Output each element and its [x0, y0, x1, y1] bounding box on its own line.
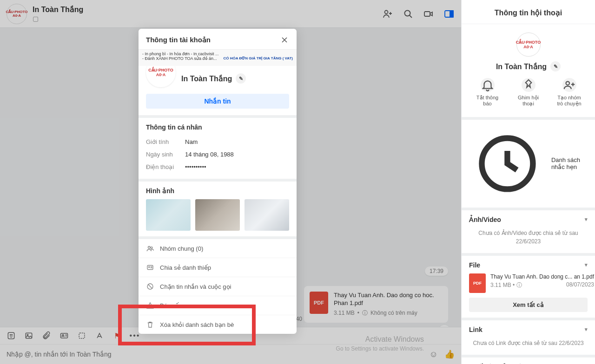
dot: • — [357, 310, 359, 316]
contact-card-icon[interactable] — [60, 331, 69, 340]
group-add-icon — [562, 78, 576, 92]
file-message[interactable]: PDF Thay Vu Tuan Anh. Dao dong co hoc. P… — [304, 286, 448, 323]
card-icon — [146, 263, 154, 272]
media-label: Ảnh/Video — [469, 216, 501, 223]
remove-friend-label: Xóa khỏi danh sách bạn bè — [160, 321, 234, 328]
pin-action[interactable]: Ghim hội thoại — [514, 78, 543, 107]
images-title: Hình ảnh — [146, 187, 289, 195]
svg-point-18 — [566, 82, 569, 85]
pdf-icon: PDF — [310, 292, 328, 314]
group-icon — [146, 244, 154, 253]
birthday-value: 14 tháng 08, 1988 — [185, 151, 234, 158]
chat-title: In Toàn Thắng — [33, 5, 377, 14]
chat-title-wrap: In Toàn Thắng ▢ — [33, 5, 377, 22]
react-button[interactable]: ☺ — [438, 325, 451, 327]
personal-info-section: Thông tin cá nhân Giới tính Nam Ngày sin… — [139, 118, 297, 179]
create-group-action[interactable]: Tạo nhóm trò chuyện — [555, 78, 584, 107]
attach-icon[interactable] — [42, 331, 51, 340]
svg-point-6 — [10, 335, 11, 336]
group-label: Tạo nhóm trò chuyện — [555, 95, 584, 107]
rp-file-size: 3.11 MB — [490, 282, 511, 288]
svg-point-0 — [385, 10, 388, 13]
file-header[interactable]: File ▾ — [469, 261, 588, 269]
mute-action[interactable]: Tắt thông báo — [473, 78, 502, 107]
thumb-2[interactable] — [195, 199, 240, 231]
edit-name-icon[interactable]: ✎ — [236, 73, 246, 84]
pdf-icon: PDF — [469, 273, 486, 293]
svg-rect-10 — [61, 333, 68, 338]
rp-edit-icon[interactable]: ✎ — [550, 61, 561, 72]
modal-name: In Toàn Thắng — [181, 74, 232, 83]
remove-friend-row[interactable]: Xóa khỏi danh sách bạn bè — [139, 315, 297, 334]
right-panel: Thông tin hội thoại CẦU·PHOTOA0·A In Toà… — [461, 0, 595, 364]
thumb-3[interactable] — [245, 199, 289, 231]
media-section: Ảnh/Video ▾ Chưa có Ảnh/Video được chia … — [462, 210, 595, 256]
thumb-1[interactable] — [146, 199, 191, 231]
personal-info-title: Thông tin cá nhân — [146, 124, 289, 131]
chevron-down-icon: ▾ — [585, 262, 588, 268]
panel-toggle-icon[interactable] — [443, 8, 455, 20]
search-icon[interactable] — [403, 8, 414, 20]
chevron-down-icon: ▾ — [585, 326, 588, 332]
add-friend-icon[interactable] — [382, 8, 393, 20]
modal-close-button[interactable] — [280, 35, 289, 45]
watermark-sub: Go to Settings to activate Windows. — [336, 345, 424, 352]
rp-file-name: Thay Vu Tuan Anh. Dao dong c... an 1.pdf — [490, 273, 594, 280]
block-label: Chặn tin nhắn và cuộc gọi — [160, 283, 231, 290]
rp-profile: CẦU·PHOTOA0·A In Toàn Thắng ✎ Tắt thông … — [462, 24, 595, 120]
cover-vat: CÓ HÓA ĐƠN GIÁ TRỊ GIA TĂNG ( VAT) — [224, 56, 293, 60]
report-label: Báo xấu — [160, 302, 182, 309]
file-section: File ▾ PDF Thay Vu Tuan Anh. Dao dong c.… — [462, 256, 595, 320]
rp-file-meta: 3.11 MB • ⓘ 08/07/2023 — [490, 281, 594, 289]
main-area: CẦU·PHOTOA0·A In Toàn Thắng ▢ — [0, 0, 461, 364]
block-row[interactable]: Chặn tin nhắn và cuộc gọi — [139, 277, 297, 296]
bell-icon — [481, 78, 495, 92]
video-call-icon[interactable] — [423, 8, 434, 20]
chat-header: CẦU·PHOTOA0·A In Toàn Thắng ▢ — [0, 0, 461, 28]
share-card-row[interactable]: Chia sẻ danh thiếp — [139, 258, 297, 277]
reminders-label: Danh sách nhắc hẹn — [551, 156, 588, 170]
more-icon[interactable]: ••• — [130, 331, 139, 340]
birthday-label: Ngày sinh — [146, 151, 185, 158]
account-info-modal: Thông tin tài khoản - In phong bì - In h… — [139, 29, 297, 334]
tag-icon[interactable]: ▢ — [33, 15, 377, 22]
birthday-row: Ngày sinh 14 tháng 08, 1988 — [146, 148, 289, 161]
composer-right: ☺ 👍 — [430, 349, 455, 359]
svg-point-1 — [405, 10, 410, 16]
file-status: Không có trên máy — [370, 310, 417, 316]
rp-actions: Tắt thông báo Ghim hội thoại Tạo nhóm tr… — [473, 78, 584, 107]
rp-file-item[interactable]: PDF Thay Vu Tuan Anh. Dao dong c... an 1… — [469, 269, 588, 293]
svg-point-14 — [151, 247, 152, 249]
gender-value: Nam — [185, 138, 198, 145]
priority-icon[interactable]: ⚑ — [112, 331, 122, 340]
thumbs-up-icon[interactable]: 👍 — [444, 349, 455, 359]
media-empty: Chưa có Ảnh/Video được chia sẻ từ sau 22… — [469, 223, 588, 247]
pin-icon — [522, 78, 536, 92]
file-label: File — [469, 261, 480, 269]
media-header[interactable]: Ảnh/Video ▾ — [469, 216, 588, 223]
common-groups-row[interactable]: Nhóm chung (0) — [139, 239, 297, 258]
svg-rect-5 — [8, 332, 14, 338]
report-row[interactable]: Báo xấu — [139, 296, 297, 315]
format-icon[interactable] — [95, 331, 104, 340]
link-empty: Chưa có Link được chia sẻ từ sau 22/6/20… — [469, 333, 588, 349]
block-icon — [146, 282, 154, 291]
modal-title: Thông tin tài khoản — [146, 36, 211, 44]
phone-row: Điện thoại •••••••••• — [146, 161, 289, 173]
screenshot-icon[interactable] — [77, 331, 86, 340]
file-size: 3.11 MB — [334, 310, 355, 316]
chat-avatar[interactable]: CẦU·PHOTOA0·A — [7, 4, 27, 24]
file-meta: 3.11 MB • ⓘ Không có trên máy — [334, 309, 443, 317]
rp-avatar[interactable]: CẦU·PHOTOA0·A — [516, 32, 541, 57]
svg-point-7 — [12, 335, 13, 336]
message-button[interactable]: Nhắn tin — [146, 94, 289, 109]
emoji-icon[interactable]: ☺ — [430, 350, 438, 359]
mute-label: Tắt thông báo — [473, 95, 502, 106]
modal-actions: Nhóm chung (0) Chia sẻ danh thiếp Chặn t… — [139, 239, 297, 334]
common-groups-label: Nhóm chung (0) — [160, 245, 203, 252]
reminders-row[interactable]: Danh sách nhắc hẹn — [462, 120, 595, 210]
image-icon[interactable] — [24, 331, 33, 340]
view-all-button[interactable]: Xem tất cả — [469, 298, 588, 312]
sticker-icon[interactable] — [7, 331, 16, 340]
link-header[interactable]: Link ▾ — [469, 326, 588, 333]
